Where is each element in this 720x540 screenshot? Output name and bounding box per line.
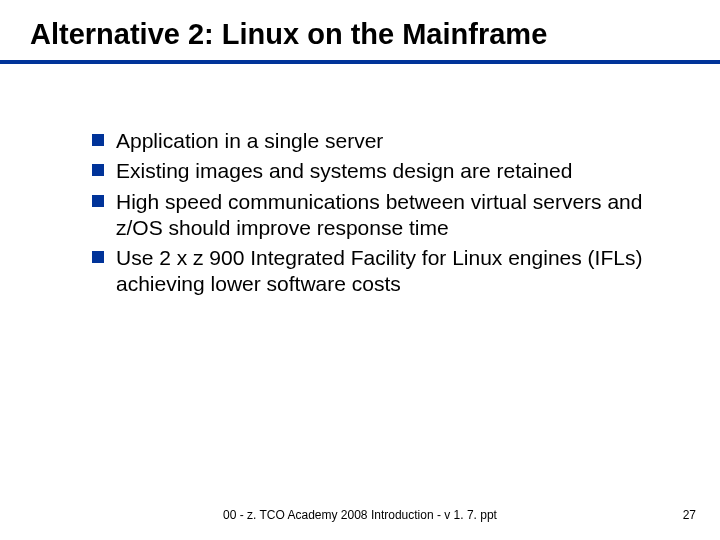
- square-bullet-icon: [92, 164, 104, 176]
- list-item: High speed communications between virtua…: [92, 189, 660, 242]
- list-item-text: High speed communications between virtua…: [116, 189, 660, 242]
- bullet-list: Application in a single server Existing …: [92, 128, 660, 302]
- list-item-text: Existing images and systems design are r…: [116, 158, 572, 184]
- list-item: Application in a single server: [92, 128, 660, 154]
- list-item-text: Use 2 x z 900 Integrated Facility for Li…: [116, 245, 660, 298]
- square-bullet-icon: [92, 251, 104, 263]
- footer-filename: 00 - z. TCO Academy 2008 Introduction - …: [0, 508, 720, 522]
- list-item: Existing images and systems design are r…: [92, 158, 660, 184]
- slide-title: Alternative 2: Linux on the Mainframe: [30, 18, 547, 51]
- list-item: Use 2 x z 900 Integrated Facility for Li…: [92, 245, 660, 298]
- list-item-text: Application in a single server: [116, 128, 383, 154]
- slide: Alternative 2: Linux on the Mainframe Ap…: [0, 0, 720, 540]
- square-bullet-icon: [92, 195, 104, 207]
- page-number: 27: [683, 508, 696, 522]
- title-underline: [0, 60, 720, 64]
- square-bullet-icon: [92, 134, 104, 146]
